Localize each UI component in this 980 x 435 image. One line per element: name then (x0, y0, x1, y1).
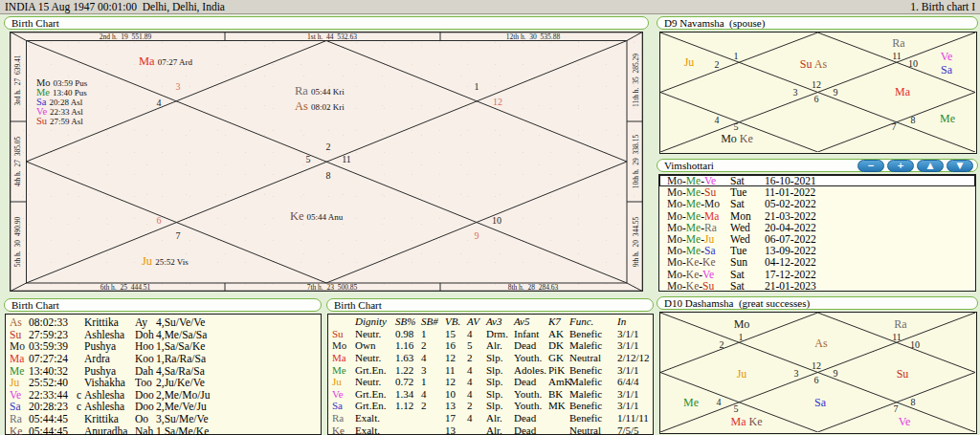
d10-chart-canvas[interactable]: 121110123964578MoAsRaJuSuMeMa KeSaVe (659, 312, 977, 434)
sign-number: 9 (475, 230, 479, 241)
detail-cell: 3/1/1 (617, 400, 653, 411)
sub-lords: 4,Sa/Ra/Sa (156, 365, 321, 377)
planet-code: Ve (332, 388, 355, 400)
detail-cell: Dead (514, 339, 548, 351)
detail-cell: 13 (445, 424, 467, 435)
combust-flag: c (77, 389, 84, 401)
detail-cell: Benefic (569, 328, 617, 339)
dasha-row[interactable]: Mo-Me-VeSat16-10-2021 (659, 175, 975, 186)
planet-code-ra: Ra (894, 317, 906, 331)
dasha-row[interactable]: Mo-Me-SaTue13-09-2022 (659, 245, 975, 256)
sign-number: 10 (908, 58, 918, 69)
table-row: Ma07:27:24ArdraKoo1,Ra/Ra/Sa (6, 353, 321, 365)
dasha-lords: Mo-Me-Sa (667, 245, 730, 256)
detail-cell: Grt.En. (355, 364, 395, 376)
sub-lords: 2,Ju/Ke/Ve (156, 377, 321, 388)
dasha-lords: Mo-Ke-Su (667, 280, 730, 292)
detail-cell: Dead (514, 424, 548, 435)
dasha-row[interactable]: Mo-Ke-VeSat17-12-2022 (659, 269, 975, 280)
planet-label: Su As (800, 54, 827, 72)
table-row: MeGrt.En.1.223114Slp.Adoles.PiKBenefic3/… (328, 363, 653, 376)
dasha-row[interactable]: Mo-Me-SuTue11-01-2022 (659, 186, 975, 198)
planet-code: Sa (332, 400, 355, 411)
nakshatra: Anuradha (84, 425, 135, 435)
sign-number: 6 (814, 375, 819, 385)
sign-number: 2 (326, 141, 331, 152)
sub-lords: 1,Ra/Ra/Sa (156, 353, 321, 364)
detail-cell: Exalt. (355, 424, 395, 435)
detail-cell: Alr. (486, 339, 514, 351)
vimshottari-panel: Vimshottari − + ▲ ▼ Mo-Me-VeSat16-10-202… (657, 157, 978, 293)
detail-cell: 3/1/1 (617, 388, 653, 400)
detail-cell: Neutr. (355, 328, 395, 339)
detail-cell: 1/11/11 (617, 412, 653, 424)
detail-cell: 1 (421, 328, 445, 339)
dasha-down-button[interactable]: ▼ (947, 160, 973, 172)
column-header: Func. (569, 315, 617, 327)
table-row: Mo03:59:39PushyaHoo1,Sa/Sa/Ke (6, 340, 321, 353)
dasha-row[interactable]: Mo-Me-JuWed06-07-2022 (659, 233, 975, 245)
planet-code-ju: Ju (142, 254, 152, 268)
dasha-row[interactable]: Mo-Ke-KeSun04-12-2022 (659, 256, 975, 268)
column-header: VB. (445, 315, 467, 327)
nakshatra: Krittika (84, 413, 135, 424)
birth-chart-panel: Birth Chart (3, 15, 650, 294)
sound: Nah (135, 425, 156, 435)
dasha-lords: Mo-Ke-Ke (667, 256, 730, 268)
dasha-row[interactable]: Mo-Me-RaWed20-04-2022 (659, 222, 975, 233)
sign-number: 1 (739, 332, 744, 342)
sign-number: 3 (794, 368, 799, 379)
detail-cell: Neutral (569, 352, 617, 363)
planet-label: Ve (899, 412, 911, 429)
planet-code-as: As (813, 57, 828, 71)
planet-label: Ra (892, 33, 904, 51)
sign-number: 12 (812, 79, 821, 90)
dasha-lords: Mo-Ke-Ve (667, 269, 730, 280)
planet-code-ma: Ma (731, 415, 746, 428)
detail-cell: 1.34 (395, 388, 421, 400)
panel-title: Vimshottari (664, 161, 855, 171)
detail-cell: 3/1/1 (617, 339, 653, 351)
sub-lords: 2,Me/Mo/Ju (156, 389, 321, 401)
dasha-up-button[interactable]: ▲ (917, 160, 944, 172)
sound: Doo (135, 389, 156, 401)
column-header: AV (467, 315, 486, 327)
sign-number: 7 (892, 121, 897, 132)
detail-cell: Youth. (514, 400, 548, 411)
cusp-label-6th: 6th h. 25 444.51 (100, 283, 151, 292)
sound: Doh (135, 329, 156, 340)
detail-cell: Neutr. (355, 376, 395, 387)
cusp-label-3rd: 3rd h. 27 639.41 (13, 54, 22, 105)
cusp-label-12th: 12th h. 30 535.88 (506, 33, 560, 41)
cusp-label-8th: 8th h. 28 284.63 (508, 283, 559, 292)
dasha-row[interactable]: Mo-Ke-SuSat21-01-2023 (659, 280, 975, 292)
detail-cell: Alr. (486, 424, 514, 435)
column-header: Av5 (514, 315, 548, 327)
dasha-start-date: 13-09-2022 (765, 245, 975, 256)
detail-cell: 3/1/1 (617, 364, 653, 376)
dasha-row[interactable]: Mo-Me-MoSat05-02-2022 (659, 198, 975, 209)
dasha-row[interactable]: Mo-Me-MaMon21-03-2022 (659, 210, 975, 222)
positions-panel-header: Birth Chart (4, 298, 322, 312)
sign-number: 2 (715, 59, 720, 70)
sign-number: 2 (720, 339, 724, 350)
sign-number: 11 (892, 51, 902, 61)
sound: Oo (135, 413, 156, 424)
dasha-zoom-in-button[interactable]: + (887, 160, 914, 172)
dasha-weekday: Sat (730, 198, 765, 209)
planet-code-ke: Ke (737, 132, 753, 145)
column-header: Dignity (355, 315, 395, 327)
table-row: SaGrt.En.1.122132Slp.Youth.MKBenefic3/1/… (328, 400, 653, 412)
table-row: Sa20:28:23cAshleshaDoo2,Me/Ve/Ju (6, 401, 321, 413)
planet-code-su: Su (800, 57, 813, 71)
table-row: RaExalt.174Alr.DeadBenefic1/11/11 (328, 412, 653, 424)
longitude: 05:44:45 (29, 425, 77, 435)
planet-code: Me (332, 364, 355, 376)
detail-cell: 1.16 (395, 339, 421, 351)
dasha-zoom-out-button[interactable]: − (858, 160, 884, 172)
birth-chart-canvas[interactable]: 2nd h. 19 551.89 1st h. 44 532.63 12th h… (10, 32, 643, 292)
table-row: Ra05:44:45KrittikaOo3,Su/Me/Ve (6, 413, 321, 425)
d10-panel-header: D10 Dashamsha (great successes) (657, 296, 978, 310)
d9-chart-canvas[interactable]: 121110123964578JuSu AsRaVeSaMaMo KeMe (659, 32, 977, 154)
sign-number: 6 (157, 215, 162, 226)
